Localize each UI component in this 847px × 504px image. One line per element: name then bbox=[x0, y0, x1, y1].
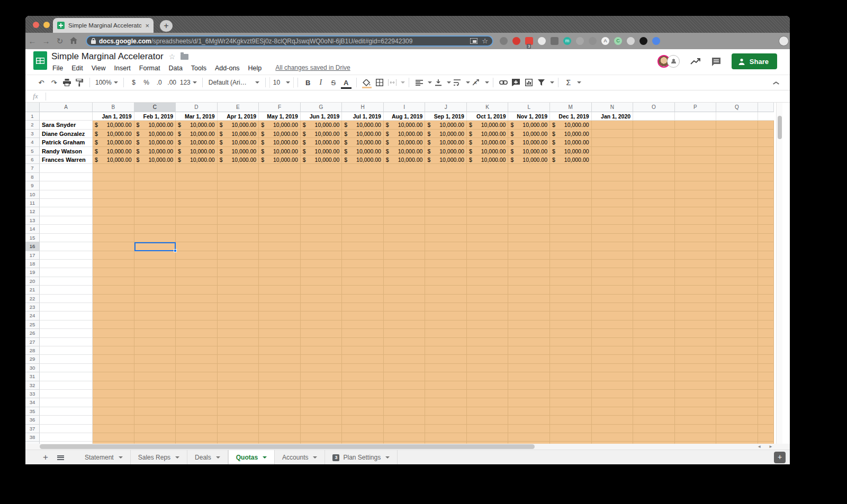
cell-P36[interactable] bbox=[675, 416, 717, 424]
cell-H23[interactable] bbox=[342, 303, 384, 311]
cell-G35[interactable] bbox=[301, 407, 343, 416]
cell-J14[interactable] bbox=[425, 225, 467, 233]
home-button[interactable] bbox=[67, 36, 80, 45]
sheet-tab-deals[interactable]: Deals bbox=[187, 450, 228, 464]
cell-G30[interactable] bbox=[301, 364, 343, 372]
cell-partial-7[interactable] bbox=[758, 164, 774, 172]
cell-B18[interactable] bbox=[93, 260, 134, 268]
saved-status-link[interactable]: All changes saved in Drive bbox=[275, 64, 350, 71]
font-size-select[interactable]: 10 bbox=[269, 77, 294, 88]
grid-corner[interactable] bbox=[25, 103, 40, 112]
column-header-E[interactable]: E bbox=[218, 103, 259, 112]
cell-H15[interactable] bbox=[342, 234, 384, 242]
explore-trend-icon[interactable] bbox=[690, 58, 701, 65]
cell-M31[interactable] bbox=[550, 372, 592, 381]
cell-F37[interactable] bbox=[259, 425, 301, 433]
cell-M32[interactable] bbox=[550, 381, 592, 390]
share-button[interactable]: Share bbox=[732, 53, 777, 69]
cell-M24[interactable] bbox=[550, 311, 592, 320]
anonymous-avatar[interactable] bbox=[667, 55, 680, 68]
scroll-right-icon[interactable]: ► bbox=[769, 444, 773, 450]
cell-J24[interactable] bbox=[425, 311, 467, 320]
format-currency-button[interactable]: $ bbox=[128, 76, 140, 89]
cell-Q16[interactable] bbox=[716, 242, 758, 251]
cell-F38[interactable] bbox=[259, 433, 301, 442]
cell-D32[interactable] bbox=[176, 381, 218, 390]
cell-partial-38[interactable] bbox=[758, 433, 774, 442]
cell-J2[interactable]: $10,000.00 bbox=[425, 121, 467, 129]
cell-L2[interactable]: $10,000.00 bbox=[508, 121, 550, 129]
cell-G1[interactable]: Jun 1, 2019 bbox=[301, 112, 343, 121]
cell-P5[interactable] bbox=[675, 147, 717, 155]
cell-Q37[interactable] bbox=[716, 425, 758, 433]
sheet-grid[interactable]: ABCDEFGHIJKLMNOPQ1Jan 1, 2019Feb 1, 2019… bbox=[25, 103, 774, 444]
cell-H2[interactable]: $10,000.00 bbox=[342, 121, 384, 129]
cell-K28[interactable] bbox=[467, 346, 509, 355]
cell-N7[interactable] bbox=[592, 164, 634, 172]
row-header-25[interactable]: 25 bbox=[25, 320, 40, 329]
collapse-toolbar-button[interactable] bbox=[773, 79, 778, 85]
cell-E15[interactable] bbox=[218, 234, 259, 242]
cell-P4[interactable] bbox=[675, 138, 717, 146]
cell-G38[interactable] bbox=[301, 433, 343, 442]
cell-P22[interactable] bbox=[675, 295, 717, 303]
cell-H24[interactable] bbox=[342, 311, 384, 320]
cell-A30[interactable] bbox=[40, 364, 93, 372]
cell-F32[interactable] bbox=[259, 381, 301, 390]
cell-B4[interactable]: $10,000.00 bbox=[93, 138, 134, 146]
cell-Q19[interactable] bbox=[716, 268, 758, 277]
cell-partial-17[interactable] bbox=[758, 251, 774, 260]
cell-N14[interactable] bbox=[592, 225, 634, 233]
cell-P8[interactable] bbox=[675, 173, 717, 181]
cell-B34[interactable] bbox=[93, 398, 134, 407]
cell-H28[interactable] bbox=[342, 346, 384, 355]
cell-P26[interactable] bbox=[675, 329, 717, 337]
cell-J28[interactable] bbox=[425, 346, 467, 355]
cell-B33[interactable] bbox=[93, 390, 134, 398]
cell-K13[interactable] bbox=[467, 216, 509, 225]
cell-K36[interactable] bbox=[467, 416, 509, 424]
cell-D12[interactable] bbox=[176, 207, 218, 216]
cell-C33[interactable] bbox=[134, 390, 176, 398]
cell-E18[interactable] bbox=[218, 260, 259, 268]
cell-M29[interactable] bbox=[550, 355, 592, 363]
cell-H30[interactable] bbox=[342, 364, 384, 372]
cell-E28[interactable] bbox=[218, 346, 259, 355]
cell-D38[interactable] bbox=[176, 433, 218, 442]
cell-O18[interactable] bbox=[633, 260, 675, 268]
cell-P37[interactable] bbox=[675, 425, 717, 433]
column-header-I[interactable]: I bbox=[384, 103, 426, 112]
cell-E9[interactable] bbox=[218, 181, 259, 190]
cell-B15[interactable] bbox=[93, 234, 134, 242]
cell-M28[interactable] bbox=[550, 346, 592, 355]
cell-partial-31[interactable] bbox=[758, 372, 774, 381]
cell-partial-23[interactable] bbox=[758, 303, 774, 311]
cell-A33[interactable] bbox=[40, 390, 93, 398]
browser-tab[interactable]: Simple Marginal Accelerator - × bbox=[53, 18, 154, 33]
cell-G22[interactable] bbox=[301, 295, 343, 303]
sheet-tab-sales-reps[interactable]: Sales Reps bbox=[131, 450, 187, 464]
cell-O8[interactable] bbox=[633, 173, 675, 181]
a-circle-extension-icon[interactable]: A bbox=[601, 37, 609, 45]
cell-P23[interactable] bbox=[675, 303, 717, 311]
cell-M14[interactable] bbox=[550, 225, 592, 233]
chevron-down-icon[interactable] bbox=[216, 456, 220, 459]
functions-button[interactable]: Σ bbox=[562, 76, 575, 89]
cell-H34[interactable] bbox=[342, 398, 384, 407]
cell-L25[interactable] bbox=[508, 320, 550, 329]
cell-A23[interactable] bbox=[40, 303, 93, 311]
cell-C31[interactable] bbox=[134, 372, 176, 381]
cell-K1[interactable]: Oct 1, 2019 bbox=[467, 112, 509, 121]
cell-K11[interactable] bbox=[467, 199, 509, 207]
cell-A25[interactable] bbox=[40, 320, 93, 329]
cast-icon[interactable] bbox=[470, 38, 477, 44]
text-wrap-button[interactable] bbox=[451, 76, 464, 89]
cell-H3[interactable]: $10,000.00 bbox=[342, 130, 384, 138]
increase-decimal-button[interactable]: .00 bbox=[166, 76, 178, 89]
cell-M35[interactable] bbox=[550, 407, 592, 416]
forward-button[interactable]: → bbox=[39, 36, 53, 45]
cell-H6[interactable]: $10,000.00 bbox=[342, 155, 384, 164]
cell-partial-29[interactable] bbox=[758, 355, 774, 363]
cell-A9[interactable] bbox=[40, 181, 93, 190]
cell-K22[interactable] bbox=[467, 295, 509, 303]
